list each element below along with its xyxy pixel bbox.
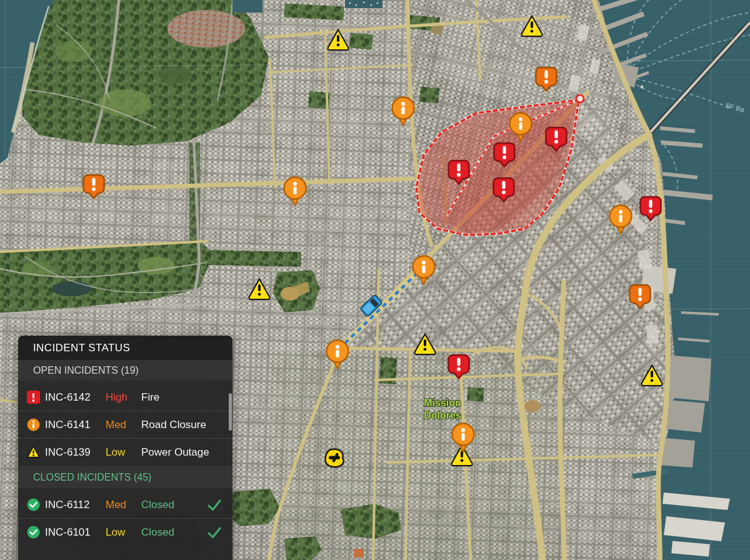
svg-text:Mission: Mission [424, 398, 461, 408]
svg-text:Dolores: Dolores [424, 410, 461, 421]
